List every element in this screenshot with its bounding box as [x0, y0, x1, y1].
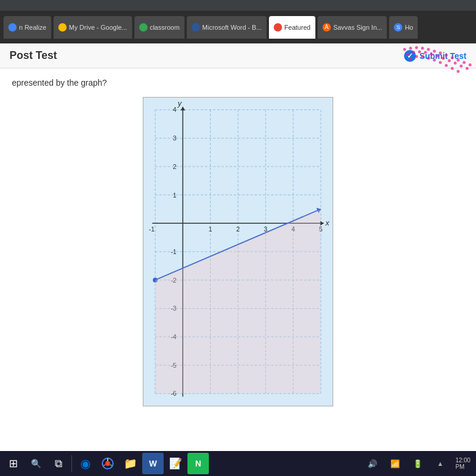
svg-text:4: 4 — [173, 106, 177, 113]
msword-tab-icon — [192, 23, 200, 32]
tab-ho[interactable]: S Ho — [389, 16, 418, 39]
coordinate-graph: x y -1 1 2 3 4 5 4 3 — [143, 98, 333, 406]
question-text: epresented by the graph? — [12, 78, 464, 87]
tab-bar: n Realize My Drive - Google... classroom… — [0, 11, 476, 43]
tab-realize[interactable]: n Realize — [4, 16, 51, 39]
taskbar: ⊞ 🔍 ⧉ ◉ 📁 W 📝 N 🔊 📶 🔋 ▲ 12:00PM — [0, 451, 476, 476]
tab-mydrive[interactable]: My Drive - Google... — [54, 16, 132, 39]
notepad-icon[interactable]: 📝 — [165, 453, 186, 474]
file-explorer-icon[interactable]: 📁 — [120, 453, 141, 474]
main-content: epresented by the graph? — [0, 68, 476, 416]
svg-point-76 — [105, 461, 110, 466]
submit-check-icon: ✓ — [404, 50, 416, 62]
page-content: Post Test ✓ Submit Test epresented by th… — [0, 43, 476, 451]
ho-tab-icon: S — [394, 23, 402, 32]
svg-text:-1: -1 — [171, 248, 177, 255]
x-axis-label: x — [325, 218, 330, 227]
clock: 12:00PM — [452, 453, 474, 474]
tray-icon-3[interactable]: 🔋 — [407, 453, 428, 474]
svg-line-78 — [110, 465, 112, 466]
tab-mydrive-label: My Drive - Google... — [69, 24, 127, 31]
tab-featured-label: Featured — [284, 24, 311, 31]
tray-icon-4[interactable]: ▲ — [430, 453, 451, 474]
tab-savvas-label: Savvas Sign In... — [333, 24, 383, 31]
tab-realize-label: n Realize — [19, 24, 46, 31]
svg-text:2: 2 — [236, 226, 240, 233]
tab-msword-label: Microsoft Word - B... — [202, 24, 262, 31]
tab-classroom[interactable]: classroom — [134, 16, 184, 39]
app-icon-n[interactable]: N — [187, 453, 209, 474]
savvas-tab-icon: A — [322, 23, 331, 32]
submit-label: Submit Test — [419, 51, 466, 61]
svg-text:1: 1 — [209, 226, 212, 233]
search-button[interactable]: 🔍 — [25, 453, 46, 474]
tab-savvas[interactable]: A Savvas Sign In... — [318, 16, 387, 39]
mydrive-tab-icon — [58, 23, 67, 32]
svg-line-79 — [103, 465, 105, 466]
tab-featured[interactable]: Featured — [269, 16, 315, 39]
chrome-icon[interactable] — [97, 453, 118, 474]
tab-classroom-label: classroom — [150, 24, 180, 31]
submit-test-button[interactable]: ✓ Submit Test — [404, 50, 466, 62]
windows-start-button[interactable]: ⊞ — [2, 453, 24, 474]
browser-chrome-bar — [0, 0, 476, 11]
classroom-tab-icon — [139, 23, 148, 32]
graph-container: x y -1 1 2 3 4 5 4 3 — [143, 97, 333, 406]
realize-tab-icon — [8, 23, 17, 32]
taskbar-separator-1 — [71, 455, 72, 472]
test-header: Post Test ✓ Submit Test — [0, 43, 476, 68]
edge-icon[interactable]: ◉ — [74, 453, 96, 474]
word-icon[interactable]: W — [142, 453, 164, 474]
task-view-button[interactable]: ⧉ — [48, 453, 69, 474]
tray-icon-2[interactable]: 📶 — [384, 453, 406, 474]
tab-msword[interactable]: Microsoft Word - B... — [187, 16, 267, 39]
tab-ho-label: Ho — [405, 24, 413, 31]
tray-icon-1[interactable]: 🔊 — [362, 453, 383, 474]
featured-tab-icon — [274, 23, 282, 32]
page-title: Post Test — [10, 49, 57, 62]
svg-text:1: 1 — [173, 192, 177, 199]
svg-text:3: 3 — [173, 134, 177, 142]
svg-text:2: 2 — [173, 163, 177, 170]
svg-text:-1: -1 — [149, 226, 155, 233]
